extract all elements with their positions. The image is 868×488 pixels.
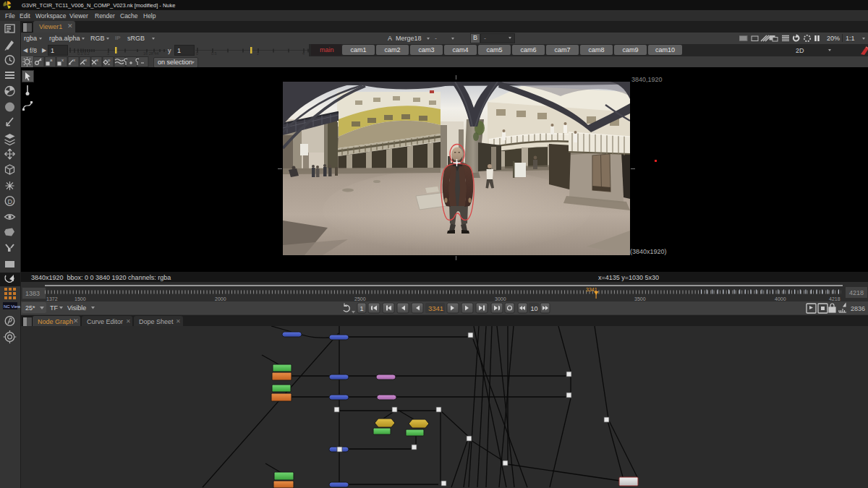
svg-text:x: x <box>73 58 75 62</box>
svg-text:1500: 1500 <box>75 296 86 301</box>
svg-text:3000: 3000 <box>495 296 506 301</box>
svg-text:x: x <box>61 58 64 62</box>
svg-text:2000: 2000 <box>215 296 226 301</box>
svg-text:2836: 2836 <box>851 305 865 312</box>
svg-text:x: x <box>96 58 98 62</box>
svg-text:TF: TF <box>50 304 58 312</box>
svg-text:0.1 0.2: 0.1 0.2 <box>77 51 90 56</box>
svg-text:0: 0 <box>196 51 198 56</box>
svg-text:3341: 3341 <box>586 287 597 292</box>
svg-text:25*: 25* <box>25 304 35 312</box>
svg-text:2500: 2500 <box>354 296 366 301</box>
svg-text:x: x <box>85 58 87 62</box>
svg-text:4000: 4000 <box>775 296 786 301</box>
svg-text:4218: 4218 <box>829 296 841 301</box>
svg-text:16 28 44: 16 28 44 <box>143 51 158 56</box>
svg-text:0.5: 0.5 <box>211 51 217 56</box>
svg-text:3341: 3341 <box>428 304 443 312</box>
svg-text:1: 1 <box>360 305 364 312</box>
svg-text:2: 2 <box>257 51 259 56</box>
svg-text:NC View: NC View <box>4 304 20 309</box>
svg-text:3500: 3500 <box>634 296 646 301</box>
svg-text:1372: 1372 <box>46 296 58 301</box>
svg-text:D: D <box>8 198 13 205</box>
svg-text:1: 1 <box>107 51 109 56</box>
svg-text:Visible: Visible <box>67 304 86 312</box>
svg-text:10: 10 <box>531 305 538 312</box>
svg-text:4: 4 <box>302 51 305 56</box>
